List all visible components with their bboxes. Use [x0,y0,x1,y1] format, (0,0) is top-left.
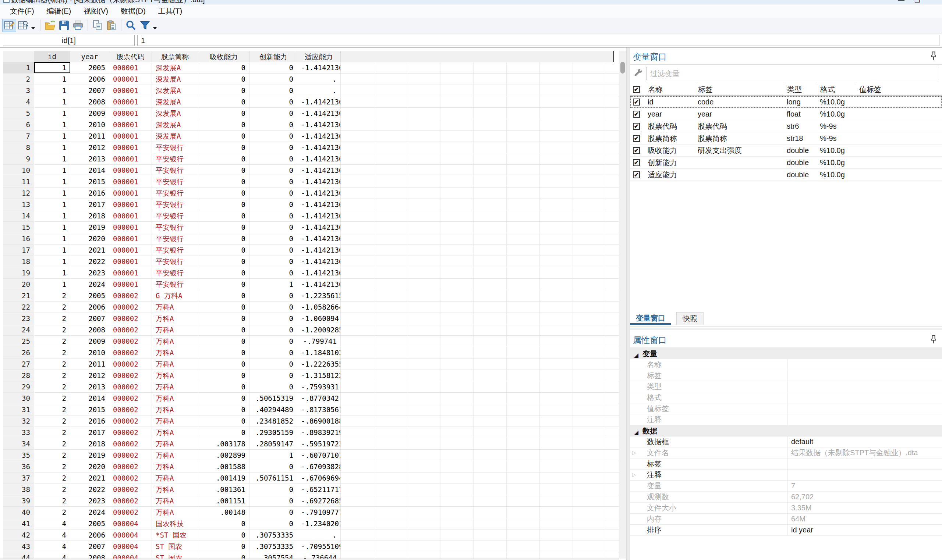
data-cell[interactable]: 2 [34,461,70,472]
row-number-cell[interactable]: 40 [3,507,34,518]
panel-splitter[interactable] [626,48,630,560]
data-cell[interactable]: 1 [34,267,70,278]
data-cell[interactable]: -1.4142136 [297,267,341,278]
data-cell[interactable]: 2 [34,290,70,301]
data-cell[interactable]: 0 [250,165,297,176]
data-cell[interactable]: 2006 [70,74,109,85]
data-cell[interactable]: 2014 [70,165,109,176]
data-cell[interactable]: 万科A [152,404,198,415]
row-number-cell[interactable]: 28 [3,370,34,381]
data-cell[interactable]: 0 [198,96,250,108]
data-cell[interactable]: 0 [250,267,297,278]
data-cell[interactable]: 2021 [70,472,109,483]
data-cell[interactable]: .50761151 [250,472,297,483]
data-cell[interactable]: 深发展A [152,74,198,85]
data-cell[interactable]: -1.4142136 [297,131,341,142]
row-number-cell[interactable]: 15 [3,222,34,233]
data-cell[interactable]: 0 [198,176,250,187]
data-cell[interactable]: 2006 [70,529,109,540]
data-cell[interactable]: -.86900188 [297,415,341,426]
data-cell[interactable]: -1.4142136 [297,233,341,244]
data-cell[interactable]: 2023 [70,267,109,278]
vertical-scrollbar[interactable] [619,51,626,558]
data-cell[interactable]: 深发展A [152,119,198,130]
data-cell[interactable]: 2015 [70,176,109,187]
data-cell[interactable]: 000001 [109,74,152,85]
data-cell[interactable]: 000001 [109,108,152,119]
row-number-cell[interactable]: 26 [3,347,34,358]
data-cell[interactable]: 万科A [152,415,198,426]
row-number-cell[interactable]: 34 [3,438,34,449]
data-cell[interactable]: .30753335 [250,541,297,552]
row-number-cell[interactable]: 29 [3,381,34,392]
data-cell[interactable]: .001151 [198,495,250,506]
data-cell[interactable]: 1 [34,153,70,165]
data-cell[interactable]: 0 [198,313,250,324]
data-cell[interactable]: 2 [34,302,70,312]
row-number-cell[interactable]: 19 [3,267,34,278]
data-cell[interactable]: 平安银行 [152,176,198,187]
data-cell[interactable]: 平安银行 [152,267,198,278]
properties-section-header[interactable]: ◢数据 [630,425,942,437]
data-cell[interactable]: -1.1848102 [297,347,341,358]
variable-row[interactable]: ✔吸收能力研发支出强度double%10.0g [630,145,942,157]
data-cell[interactable]: 1 [34,256,70,267]
data-cell[interactable]: 2 [34,313,70,324]
column-header[interactable]: 股票简称 [152,51,198,62]
data-cell[interactable]: -.81730561 [297,404,341,415]
data-cell[interactable]: -1.4142136 [297,256,341,267]
data-cell[interactable]: 2013 [70,153,109,165]
data-cell[interactable]: 2023 [70,495,109,506]
data-cell[interactable]: 000004 [109,529,152,540]
data-cell[interactable]: 2008 [70,324,109,335]
row-number-cell[interactable]: 27 [3,358,34,369]
data-cell[interactable]: 000001 [109,199,152,210]
data-cell[interactable]: -1.4142136 [297,96,341,108]
data-cell[interactable]: 2011 [70,131,109,142]
menu-item[interactable]: 编辑(E) [40,5,78,17]
copy-button[interactable] [91,19,105,32]
data-cell[interactable]: 000001 [109,85,152,96]
column-header[interactable]: 适应能力 [297,51,341,62]
select-all-checkbox[interactable]: ✔ [633,86,640,93]
data-browse-button[interactable] [16,19,30,32]
data-cell[interactable]: 0 [250,245,297,255]
data-cell[interactable]: . [297,74,341,85]
data-cell[interactable]: 平安银行 [152,165,198,176]
data-cell[interactable]: 万科A [152,370,198,381]
data-cell[interactable]: -1.4142136 [297,176,341,187]
data-cell[interactable]: 2 [34,324,70,335]
data-cell[interactable]: -.736644 [297,552,341,558]
data-cell[interactable]: 2009 [70,108,109,119]
data-cell[interactable]: -.89839219 [297,427,341,438]
row-number-cell[interactable]: 18 [3,256,34,267]
data-cell[interactable]: -.67069694 [297,472,341,483]
row-number-cell[interactable]: 43 [3,541,34,552]
data-cell[interactable]: 2 [34,393,70,404]
data-cell[interactable]: 000002 [109,461,152,472]
data-cell[interactable]: 000002 [109,507,152,518]
data-cell[interactable]: 深发展A [152,85,198,96]
data-cell[interactable]: 000002 [109,358,152,369]
data-cell[interactable]: -1.4142136 [297,108,341,119]
data-cell[interactable]: 000001 [109,222,152,233]
data-cell[interactable]: 000001 [109,267,152,278]
data-cell[interactable]: 0 [198,404,250,415]
row-number-cell[interactable]: 30 [3,393,34,404]
data-editor-button[interactable] [2,19,16,32]
data-cell[interactable]: -1.2009285 [297,324,341,335]
save-button[interactable] [57,19,71,32]
open-button[interactable] [43,19,57,32]
data-cell[interactable]: 平安银行 [152,279,198,290]
data-cell[interactable]: 2017 [70,199,109,210]
expand-arrow-icon[interactable]: ▷ [632,472,636,478]
data-cell[interactable]: 平安银行 [152,222,198,233]
property-value[interactable]: 结果数据（未剔除STPT与金融业）.dta [791,448,938,458]
column-header[interactable]: 股票代码 [109,51,152,62]
row-number-cell[interactable]: 36 [3,461,34,472]
data-cell[interactable]: 2 [34,438,70,449]
data-cell[interactable]: 0 [198,188,250,198]
data-cell[interactable]: 2018 [70,438,109,449]
data-cell[interactable]: 2005 [70,518,109,529]
data-cell[interactable]: 000002 [109,472,152,483]
